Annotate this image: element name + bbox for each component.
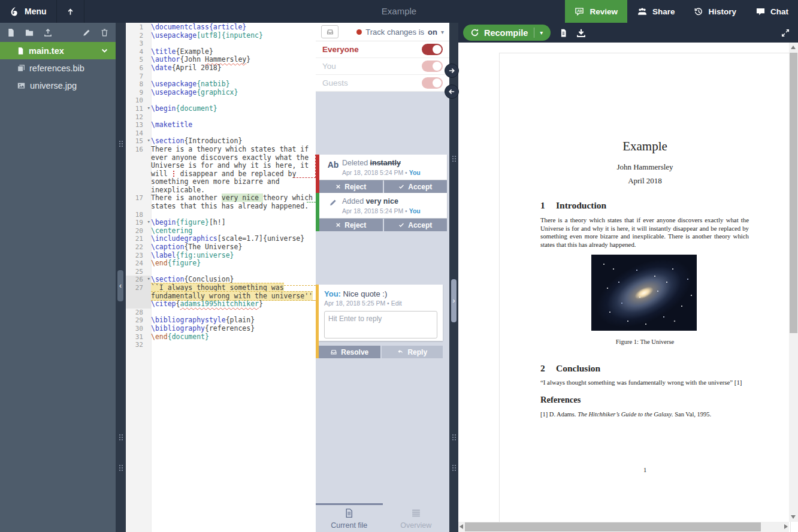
reject-button[interactable]: Reject (319, 219, 383, 231)
code-line[interactable]: 19▾\begin{figure}[h!] (126, 219, 316, 227)
nav-history-button[interactable]: History (684, 0, 746, 23)
code-line[interactable]: 16There is a theory which states that if (126, 146, 316, 154)
code-line[interactable]: 29\bibliographystyle{plain} (126, 316, 316, 325)
fold-arrow-icon[interactable]: ▾ (147, 104, 150, 113)
code-line[interactable]: 30\bibliography{references} (126, 325, 316, 333)
fullscreen-icon[interactable] (781, 29, 790, 37)
code-line[interactable]: 2\usepackage[utf8]{inputenc} (126, 32, 316, 40)
code-line[interactable]: 1\documentclass{article} (126, 23, 316, 32)
collapse-right-handle[interactable]: › (451, 279, 457, 322)
code-line[interactable]: 9\usepackage{graphicx} (126, 89, 316, 97)
left-resize-strip[interactable]: ‹ (116, 23, 126, 532)
jump-back-button[interactable] (445, 84, 459, 99)
upload-icon[interactable] (41, 26, 55, 39)
code-line[interactable]: 11▾\begin{document} (126, 105, 316, 113)
code-editor[interactable]: 1\documentclass{article}2\usepackage[utf… (126, 23, 316, 532)
tab-overview[interactable]: Overview (383, 503, 450, 532)
menu-button[interactable]: Menu (0, 0, 57, 23)
code-line[interactable]: 15▾\section{Introduction} (126, 137, 316, 146)
code-line[interactable]: 7 (126, 72, 316, 81)
horizontal-scroll-thumb[interactable] (465, 522, 761, 531)
code-line[interactable]: 13\maketitle (126, 121, 316, 129)
code-line[interactable]: 18 (126, 211, 316, 219)
comment-edit-link[interactable]: Edit (391, 300, 402, 307)
pdf-vertical-scrollbar[interactable] (789, 43, 798, 522)
drag-handle[interactable] (119, 434, 120, 436)
code-line[interactable]: inexplicable. (126, 186, 316, 195)
line-number: 26▾ (126, 276, 151, 284)
fold-arrow-icon[interactable]: ▾ (147, 137, 150, 145)
scroll-right-arrow[interactable] (784, 524, 788, 529)
code-line[interactable]: 28 (126, 309, 316, 317)
code-line[interactable]: 5\author{John Hammersley} (126, 56, 316, 64)
fold-arrow-icon[interactable]: ▾ (147, 218, 150, 226)
code-line[interactable]: something even more bizarre and (126, 178, 316, 186)
code-line[interactable]: fundamentally wrong with the universe'' (126, 292, 316, 301)
code-line[interactable]: 21\includegraphics[scale=1.7]{universe} (126, 235, 316, 243)
code-line[interactable]: 12 (126, 113, 316, 122)
drag-handle[interactable] (452, 156, 454, 157)
code-line[interactable]: 14 (126, 129, 316, 138)
drag-handle[interactable] (119, 465, 120, 466)
chevron-down-icon[interactable] (101, 47, 108, 55)
delete-trash-icon[interactable] (98, 26, 111, 39)
code-line[interactable]: 8\usepackage{natbib} (126, 80, 316, 89)
new-folder-icon[interactable] (23, 26, 36, 39)
fold-arrow-icon[interactable]: ▾ (147, 275, 150, 283)
download-pdf-icon[interactable] (576, 28, 586, 38)
code-line[interactable]: Universe is for and why it is here, it (126, 162, 316, 170)
reply-input[interactable] (324, 311, 437, 338)
reply-button[interactable]: Reply (382, 346, 443, 358)
drag-handle[interactable] (119, 141, 120, 142)
file-item-main.tex[interactable]: main.tex (0, 42, 116, 59)
tab-current-file[interactable]: Current file (316, 503, 383, 532)
code-line[interactable]: 20\centering (126, 227, 316, 235)
nav-review-button[interactable]: AbReview (565, 0, 627, 23)
accept-button[interactable]: Accept (384, 180, 448, 193)
toggle-switch-guests[interactable] (422, 77, 443, 89)
code-line[interactable]: states that this has already happened. (126, 202, 316, 211)
view-logs-icon[interactable] (559, 28, 568, 38)
code-line[interactable]: 4\title{Example} (126, 48, 316, 56)
jump-forward-button[interactable] (445, 64, 459, 78)
code-line[interactable]: 23\label{fig:universe} (126, 252, 316, 260)
code-line[interactable]: 31\end{document} (126, 333, 316, 341)
code-line[interactable]: 10 (126, 96, 316, 105)
drag-handle[interactable] (452, 434, 454, 436)
code-line[interactable]: 24\end{figure} (126, 259, 316, 268)
file-item-universe.jpg[interactable]: universe.jpg (0, 77, 116, 94)
reject-button[interactable]: Reject (319, 180, 383, 193)
right-resize-strip[interactable]: › (449, 23, 458, 532)
toggle-switch-everyone[interactable] (422, 44, 443, 55)
drag-handle[interactable] (452, 465, 454, 466)
accept-button[interactable]: Accept (384, 219, 448, 231)
code-line[interactable]: 22\caption{The Universe} (126, 243, 316, 252)
code-line[interactable]: 25 (126, 268, 316, 276)
scroll-down-arrow[interactable] (791, 515, 796, 519)
pdf-horizontal-scrollbar[interactable] (458, 522, 789, 532)
toggle-switch-you[interactable] (422, 61, 443, 72)
review-tray-icon[interactable] (321, 25, 338, 38)
resolve-button[interactable]: Resolve (319, 346, 380, 358)
code-line[interactable]: \citep{adams1995hitchhiker} (126, 300, 316, 309)
code-line[interactable]: 3 (126, 40, 316, 48)
line-number: 9 (126, 89, 151, 97)
new-file-icon[interactable] (5, 26, 17, 39)
recompile-options-caret[interactable]: ▾ (534, 29, 548, 36)
code-line[interactable]: ever anyone discovers exactly what the (126, 154, 316, 162)
recompile-button[interactable]: Recompile ▾ (463, 25, 551, 41)
scroll-up-arrow[interactable] (791, 46, 796, 49)
rename-pencil-icon[interactable] (80, 26, 93, 39)
file-item-references.bib[interactable]: references.bib (0, 59, 116, 77)
code-line[interactable]: 6\date{April 2018} (126, 64, 316, 72)
vertical-scroll-thumb[interactable] (790, 53, 797, 333)
nav-share-button[interactable]: Share (627, 0, 685, 23)
back-to-projects-button[interactable] (57, 0, 84, 23)
collapse-left-handle[interactable]: ‹ (117, 270, 123, 301)
code-line[interactable]: will disappear and be replaced by (126, 170, 316, 179)
nav-chat-button[interactable]: Chat (746, 0, 798, 23)
scroll-left-arrow[interactable] (460, 524, 463, 529)
code-line[interactable]: 17There is another very nice theory whic… (126, 194, 316, 202)
code-line[interactable]: 32 (126, 341, 316, 349)
track-changes-toggle-menu[interactable]: Track changes is on ▾ (356, 28, 444, 37)
